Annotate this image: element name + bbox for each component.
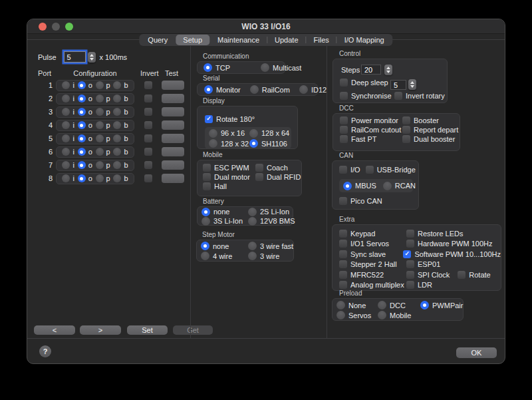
radio-icon[interactable] [378,301,386,309]
radio-selected-icon[interactable] [203,63,212,72]
extra-option-stepper-2-hall[interactable]: Stepper 2 Hall [339,260,406,268]
checkbox-icon[interactable] [402,116,410,124]
checkbox-icon[interactable] [339,230,347,238]
preload-option-dcc[interactable]: DCC [378,301,420,309]
mobile-option-dual-motor[interactable]: Dual motor [203,173,255,181]
port-5-option-p[interactable]: p [96,134,110,142]
radio-icon[interactable] [248,217,257,226]
checkbox-icon[interactable] [340,92,348,100]
radio-icon[interactable] [383,182,392,190]
extra-option-sync-slave[interactable]: Sync slave [339,250,403,258]
extra-option-restore-leds[interactable]: Restore LEDs [406,230,463,238]
checkbox-icon[interactable] [203,164,211,172]
step-motor-option-3-wire[interactable]: 3 wire [248,252,293,260]
radio-icon[interactable] [62,121,70,129]
port-3-option-i[interactable]: i [62,108,74,116]
port-1-invert-checkbox[interactable] [144,81,152,89]
port-7-option-b[interactable]: b [113,161,128,169]
radio-selected-icon[interactable] [78,121,86,129]
extra-option-hardware-pwm-100hz[interactable]: Hardware PWM 100Hz [406,240,492,248]
checkbox-icon[interactable] [406,260,414,268]
port-7-test-button[interactable] [162,160,184,170]
deep-sleep-stepper[interactable] [408,79,416,90]
radio-selected-icon[interactable] [78,148,86,156]
communication-option-tcp[interactable]: TCP [203,62,261,73]
stepper-down-icon[interactable] [386,71,390,73]
port-8-option-o[interactable]: o [78,174,92,182]
radio-selected-icon[interactable] [78,161,86,169]
serial-option-railcom[interactable]: RailCom [250,85,290,94]
stepper-up-icon[interactable] [90,54,94,57]
display-resolution-option-128-x-32[interactable]: 128 x 32 [209,139,249,148]
help-button[interactable]: ? [39,345,51,357]
radio-selected-icon[interactable] [78,174,86,182]
checkbox-icon[interactable] [406,281,414,289]
tab-setup[interactable]: Setup [176,35,209,45]
checkbox-icon[interactable] [340,116,348,124]
radio-selected-icon[interactable] [201,208,210,216]
battery-option-none[interactable]: none [201,208,248,216]
radio-icon[interactable] [201,217,210,226]
port-6-option-o[interactable]: o [78,148,92,156]
checkbox-icon[interactable] [339,260,347,268]
port-4-option-p[interactable]: p [96,121,110,129]
preload-option-none[interactable]: None [336,301,378,309]
checkbox-icon[interactable] [340,79,348,87]
radio-icon[interactable] [113,95,121,102]
radio-icon[interactable] [336,311,345,319]
stepper-up-icon[interactable] [410,81,414,84]
radio-icon[interactable] [336,301,345,309]
checkbox-icon[interactable] [203,182,211,190]
battery-option-2s-li-ion[interactable]: 2S Li-Ion [248,208,295,216]
port-2-option-o[interactable]: o [78,95,92,102]
checkbox-icon[interactable] [394,92,402,100]
port-4-invert-checkbox[interactable] [144,121,152,129]
radio-icon[interactable] [249,129,258,138]
extra-option-i-o1-servos[interactable]: I/O1 Servos [339,240,406,248]
checkbox-icon[interactable] [406,240,414,248]
mobile-option-esc-pwm[interactable]: ESC PWM [203,164,255,172]
extra-option-rotate[interactable]: Rotate [458,271,490,279]
communication-option-multicast[interactable]: Multicast [261,62,301,73]
dcc-option-power-monitor[interactable]: Power monitor [340,116,402,124]
pulse-input[interactable]: 5 [64,51,86,63]
radio-icon[interactable] [62,148,70,156]
radio-icon[interactable] [62,81,70,89]
radio-selected-icon[interactable] [249,139,258,148]
tab-update[interactable]: Update [267,35,305,45]
extra-option-ldr[interactable]: LDR [406,281,432,289]
mobile-option-hall[interactable]: Hall [203,182,255,190]
checkbox-icon[interactable] [339,250,347,258]
port-2-option-b[interactable]: b [113,95,128,102]
radio-icon[interactable] [250,85,259,94]
port-5-invert-checkbox[interactable] [144,134,152,142]
port-6-option-p[interactable]: p [96,148,110,156]
radio-icon[interactable] [299,85,308,94]
port-2-option-p[interactable]: p [96,95,110,102]
radio-icon[interactable] [96,95,104,102]
port-6-option-b[interactable]: b [113,148,128,156]
radio-icon[interactable] [201,252,209,260]
checkbox-icon[interactable] [458,271,466,279]
radio-icon[interactable] [113,121,121,129]
checkbox-icon[interactable] [402,126,410,134]
stepper-down-icon[interactable] [90,58,94,61]
dcc-option-fast-pt[interactable]: Fast PT [340,135,402,143]
radio-selected-icon[interactable] [201,242,209,250]
port-6-invert-checkbox[interactable] [144,148,152,156]
radio-icon[interactable] [113,108,121,116]
extra-option-analog-multiplex[interactable]: Analog multiplex [339,281,406,289]
radio-selected-icon[interactable] [343,182,352,190]
stepper-down-icon[interactable] [410,85,414,88]
port-2-invert-checkbox[interactable] [144,95,152,102]
port-4-option-i[interactable]: i [62,121,74,129]
radio-icon[interactable] [248,252,257,260]
pico-can-checkbox[interactable]: Pico CAN [339,197,382,205]
port-1-option-p[interactable]: p [96,81,110,89]
port-8-invert-checkbox[interactable] [144,174,152,182]
port-7-invert-checkbox[interactable] [144,161,152,169]
port-7-option-p[interactable]: p [96,161,110,169]
mobile-option-coach[interactable]: Coach [255,164,301,172]
checkbox-icon[interactable] [366,166,374,174]
rotate-180-checkbox[interactable]: Rotate 180° [205,115,255,123]
